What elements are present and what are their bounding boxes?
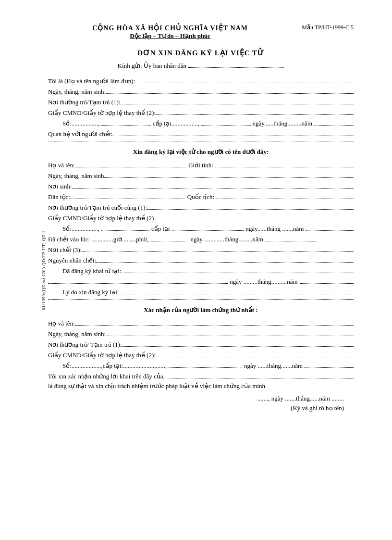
field-so-cap-tai-3: Số:...................,cấp tại:.........… [62, 361, 354, 370]
header-left: CỘNG HÒA XÃ HỘI CHỦ NGHĨA VIỆT NAM Độc l… [48, 24, 292, 40]
field-dan-toc-quoc-tich: Dân tộc: Quốc tịch: [48, 192, 354, 201]
dots-da-dang-ky [122, 266, 354, 273]
dots-nguyen-nhan-chet [96, 256, 354, 263]
label-da-dang-ky: Đã đăng ký khai tử tại: [62, 267, 122, 275]
field-so-cap-tai-2: Số:................., cấp tại ngày......… [62, 224, 354, 233]
section3-heading: Xác nhận của người làm chứng thứ nhất : [48, 306, 354, 314]
field-ngay-dang-ky: ngày .........tháng..........năm [48, 277, 354, 286]
dots-noi-thuong-tru-1 [120, 98, 354, 104]
divider-1 [48, 141, 354, 141]
label-da-chet: Đã chết vào lúc: ..............giờ......… [48, 236, 149, 243]
kinh-gui-label: Kính gửi: [118, 62, 142, 69]
label-xin-xac-nhan: Tôi xin xác nhận những lời khai trên đây… [48, 373, 163, 380]
dots-nam-chet [265, 235, 316, 241]
dots-ngay-sinh-1 [106, 87, 354, 94]
label-quan-he: Quan hệ với người chết: [48, 130, 112, 138]
dots-quoc-tich [216, 192, 354, 199]
field-ho-ten-2: Họ và tên: [48, 161, 186, 169]
label-so-3: Số:...................,cấp tại:.........… [62, 362, 167, 370]
field-ho-ten-3: Họ và tên: [48, 319, 354, 327]
label-giay-cmnd-1: Giấy CMND/Giấy tờ hợp lệ thay thế (2): [48, 109, 156, 117]
dots-quan-he [112, 129, 354, 136]
page: 01/1999/(QĐ số 1203 QĐ/TP-HT) QĐ 1 CỘNG … [0, 0, 392, 540]
divider-2 [48, 299, 354, 300]
header-subtitle: Độc lập – Tự do – Hạnh phúc [48, 32, 292, 40]
doc-title: ĐƠN XIN ĐĂNG KÝ LẠI VIỆC TỬ [48, 49, 354, 57]
field-ho-ten-gioi-tinh: Họ và tên: Giới tính: [48, 161, 354, 169]
label-so-1: Số:................., [62, 120, 99, 127]
label-ngay-thang-nam-3: ngày ......tháng.......năm [244, 362, 303, 370]
dots-noi-chet [82, 245, 354, 252]
label-ngay-sinh-3: Ngày, tháng, năm sinh: [48, 330, 106, 338]
label-noi-chet: Nơi chết (3): [48, 246, 82, 254]
dots-dan-toc [70, 192, 185, 199]
label-cap-tai-1: cấp tại................., [153, 120, 199, 127]
field-ho-ten-nguoi-lam-don: Tôi là (Họ và tên người làm đơn): [48, 76, 354, 85]
dots-ngay-sinh-3 [106, 329, 354, 336]
label-nguyen-nhan-chet: Nguyên nhân chết: [48, 257, 96, 264]
dots-nam-3 [305, 361, 354, 368]
kinh-gui-value: Ủy ban nhân dân [144, 62, 186, 69]
label-ngay-sinh-1: Ngày, tháng, năm sinh: [48, 88, 106, 96]
dots-cap-tai-3 [169, 361, 242, 368]
header: CỘNG HÒA XÃ HỘI CHỦ NGHĨA VIỆT NAM Độc l… [48, 24, 354, 40]
field-la-dung: là đúng sự thật và xin chịu trách nhiệm … [48, 382, 354, 390]
label-ngay-sinh-2: Ngày, tháng, năm sinh [48, 172, 104, 180]
header-title: CỘNG HÒA XÃ HỘI CHỦ NGHĨA VIỆT NAM [48, 24, 292, 32]
label-noi-thuong-tru-2: Nơi thường trú/Tạm trú cuối cùng (1): [48, 204, 147, 212]
section1: Tôi là (Họ và tên người làm đơn): Ngày, … [48, 76, 354, 141]
label-ho-ten-2: Họ và tên: [48, 162, 75, 169]
field-quoc-tich [216, 192, 354, 199]
label-gioi-tinh: Giới tính: [188, 162, 213, 169]
dots-ho-ten-2 [75, 161, 187, 167]
field-ngay-sinh-1: Ngày, tháng, năm sinh: [48, 87, 354, 96]
dots-ho-ten-nguoi-lam-don [135, 76, 354, 83]
field-noi-thuong-tru-2: Nơi thường trú/Tạm trú cuối cùng (1): [48, 203, 354, 212]
label-quoc-tich: Quốc tịch: [187, 193, 214, 201]
dots-giay-cmnd-3 [156, 351, 354, 357]
dots-giay-cmnd-1 [156, 108, 354, 115]
field-ngay-sinh-2: Ngày, tháng, năm sinh [48, 171, 354, 180]
dots-noi-thuong-tru-3 [122, 340, 354, 347]
dots-cap-tai-2 [172, 224, 244, 231]
field-xin-xac-nhan: Tôi xin xác nhận những lời khai trên đây… [48, 372, 354, 380]
field-noi-thuong-tru-3: Nơi thường trú/ Tạm trú (1): [48, 340, 354, 349]
dots-da-chet [151, 235, 189, 241]
label-ngay-dang-ky: ngày .........tháng..........năm [230, 278, 298, 286]
field-so-cap-tai-1: Số:................., cấp tại...........… [62, 119, 354, 127]
dots-nam-2 [306, 224, 354, 231]
dots-dia-diem-dang-ky [48, 277, 228, 284]
field-da-dang-ky: Đã đăng ký khai tử tại: [62, 266, 354, 275]
field-nguyen-nhan-chet: Nguyên nhân chết: [48, 256, 354, 264]
dots-so-1 [101, 119, 150, 126]
form-code: Mẫu TP/HT-1999-C.5 [302, 24, 354, 31]
field-ngay-sinh-3: Ngày, tháng, năm sinh: [48, 329, 354, 338]
field-gioi-tinh [215, 161, 354, 167]
label-dan-toc: Dân tộc: [48, 193, 70, 201]
signature-area: ......., ngày .......tháng......năm ....… [48, 395, 354, 412]
side-label: 01/1999/(QĐ số 1203 QĐ/TP-HT) QĐ 1 [41, 230, 46, 310]
field-da-chet: Đã chết vào lúc: ..............giờ......… [48, 235, 354, 243]
signature-label: (Ký và ghi rõ họ tên) [48, 404, 344, 412]
field-noi-sinh: Nơi sinh: [48, 182, 354, 190]
field-ly-do: Lý do xin đăng ký lại: [62, 288, 354, 296]
label-ho-ten-3: Họ và tên: [48, 320, 75, 327]
label-noi-sinh: Nơi sinh: [48, 183, 72, 190]
dots-nam-1 [314, 119, 354, 126]
dots-so-2 [101, 224, 149, 231]
field-noi-thuong-tru-1: Nơi thường trú/Tạm trú (1): [48, 98, 354, 106]
section2-heading: Xin đăng ký lại việc tử cho người có tên… [48, 148, 354, 156]
dots-xin-xac-nhan [163, 372, 354, 378]
label-giay-cmnd-3: Giấy CMND/Giấy tờ hợp lệ thay thế (2): [48, 352, 156, 359]
dots-giay-cmnd-2 [154, 213, 354, 220]
field-noi-chet: Nơi chết (3): [48, 245, 354, 254]
dots-ho-ten-3 [75, 319, 354, 326]
kinh-gui-dots [188, 67, 284, 68]
dots-noi-sinh [72, 182, 354, 188]
dots-cap-tai-1 [201, 119, 250, 126]
section2: Họ và tên: Giới tính: Ngày, tháng, năm s… [48, 161, 354, 300]
field-dan-toc: Dân tộc: [48, 192, 185, 201]
label-so-2: Số:................., [62, 225, 99, 233]
field-giay-cmnd-2: Giấy CMND/Giấy tờ hợp lệ thay thế (2) [48, 213, 354, 222]
label-la-dung: là đúng sự thật và xin chịu trách nhiệm … [48, 382, 267, 390]
